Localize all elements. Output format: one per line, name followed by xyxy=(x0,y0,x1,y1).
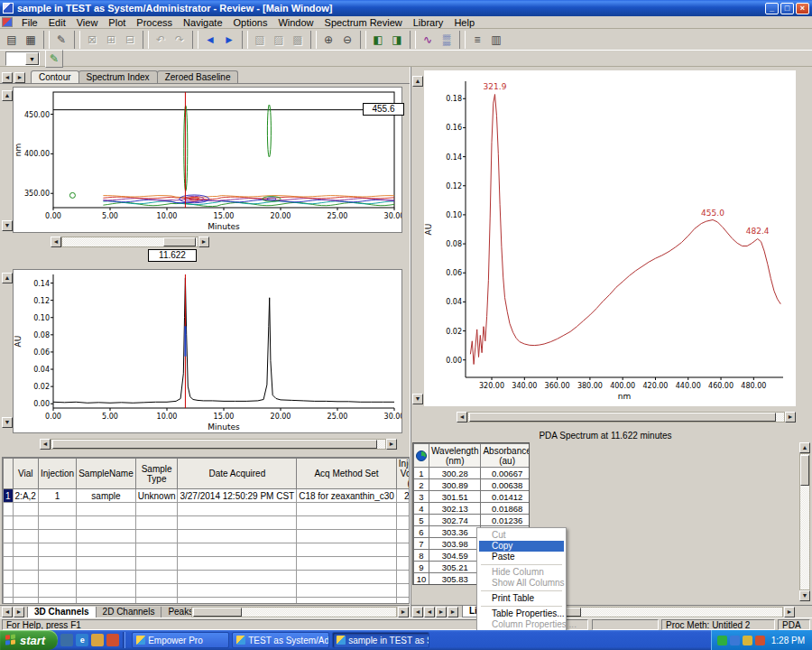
lib-nav-prev-icon[interactable]: ◄ xyxy=(424,607,435,618)
chromatogram-hscroll-track[interactable] xyxy=(51,439,386,450)
table-row[interactable]: 2300.890.00638 xyxy=(414,479,531,491)
tab-zeroed-baseline[interactable]: Zeroed Baseline xyxy=(157,70,239,83)
tab-contour[interactable]: Contour xyxy=(31,70,79,83)
menu-navigate[interactable]: Navigate xyxy=(178,16,227,29)
row-header[interactable]: 7 xyxy=(414,538,429,550)
taskbar-button-test-as-system-admi[interactable]: TEST as System/Admi... xyxy=(232,632,329,648)
messenger-icon[interactable] xyxy=(755,636,765,645)
context-paste[interactable]: Paste xyxy=(479,552,564,562)
menu-file[interactable]: File xyxy=(16,16,43,29)
spectrum-scroll-down-icon[interactable]: ▼ xyxy=(412,394,423,404)
left-bottom-hscroll-thumb[interactable] xyxy=(193,608,242,617)
left-bottom-hscroll-right-icon[interactable]: ► xyxy=(398,607,409,618)
next-injection-button[interactable]: ► xyxy=(220,31,238,49)
show-desktop-icon[interactable] xyxy=(60,634,73,646)
left-bottom-hscroll-track[interactable] xyxy=(191,607,397,618)
contour-hscroll-left-icon[interactable]: ◄ xyxy=(51,237,61,247)
menu-library[interactable]: Library xyxy=(408,16,449,29)
contour-view-button[interactable]: ▒ xyxy=(438,31,456,49)
internet-explorer-icon[interactable]: e xyxy=(76,634,88,646)
panel-divider[interactable] xyxy=(410,67,411,618)
column-header-vial[interactable]: Vial xyxy=(13,459,38,489)
row-header[interactable]: 1 xyxy=(4,489,14,503)
column-header-acq-method-set[interactable]: Acq Method Set xyxy=(297,459,397,489)
row-header[interactable]: 2 xyxy=(414,479,429,491)
taskbar-button-empower-pro[interactable]: Empower Pro xyxy=(132,632,229,648)
column-header-samplename[interactable]: SampleName xyxy=(77,459,136,489)
table-row[interactable]: 5302.740.01236 xyxy=(414,515,531,526)
zoom-in-button[interactable]: ⊕ xyxy=(319,31,337,49)
3d-view-button[interactable]: ◨ xyxy=(388,31,406,49)
2d-view-button[interactable]: ◧ xyxy=(369,31,387,49)
chevron-down-icon[interactable]: ▼ xyxy=(25,52,39,65)
lib-nav-last-icon[interactable]: ► xyxy=(448,607,458,618)
select-all-cell[interactable] xyxy=(414,444,429,468)
spectrum-hscroll-thumb[interactable] xyxy=(469,413,776,422)
previous-injection-button[interactable]: ◄ xyxy=(201,31,219,49)
chromatogram-scroll-down-icon[interactable]: ▼ xyxy=(2,417,13,428)
table-row[interactable]: 3301.510.01412 xyxy=(414,491,531,503)
row-header[interactable]: 8 xyxy=(414,550,429,562)
table-row[interactable]: 12:A,21sampleUnknown3/27/2014 12:50:29 P… xyxy=(4,489,411,503)
chromatogram-plot[interactable]: 0.005.0010.0015.0020.0025.0030.000.000.0… xyxy=(13,269,402,433)
spectrum-hscroll-right-icon[interactable]: ► xyxy=(785,412,796,422)
menu-plot[interactable]: Plot xyxy=(103,16,131,29)
media-player-icon[interactable] xyxy=(106,634,119,646)
close-button[interactable]: × xyxy=(796,3,809,14)
context-print-table[interactable]: Print Table xyxy=(479,593,564,604)
table-vscroll-track[interactable] xyxy=(799,453,810,590)
right-bottom-hscroll-right-icon[interactable]: ► xyxy=(784,607,795,618)
minimize-button[interactable]: _ xyxy=(765,3,779,14)
menu-options[interactable]: Options xyxy=(228,16,273,29)
taskbar-button-sample-in-test-as-sy[interactable]: sample in TEST as Sy... xyxy=(332,632,429,648)
lib-nav-next-icon[interactable]: ► xyxy=(436,607,447,618)
row-header[interactable]: 10 xyxy=(414,573,429,585)
spectrum-hscroll-track[interactable] xyxy=(467,412,785,422)
corner-cell[interactable] xyxy=(4,459,14,489)
contour-scroll-up-icon[interactable]: ▲ xyxy=(2,90,13,101)
zoom-out-button[interactable]: ⊖ xyxy=(338,31,356,49)
table-vscroll-thumb[interactable] xyxy=(800,455,809,486)
context-copy[interactable]: Copy xyxy=(479,541,564,552)
menu-spectrum-review[interactable]: Spectrum Review xyxy=(319,16,408,29)
column-header-injection[interactable]: Injection xyxy=(38,459,76,489)
contour-hscroll-thumb[interactable] xyxy=(163,237,196,246)
column-header-sample-type[interactable]: Sample Type xyxy=(135,459,178,489)
sheet-nav-left-icon[interactable]: ◄ xyxy=(2,607,13,618)
tab-spectrum-index[interactable]: Spectrum Index xyxy=(78,70,158,83)
spectrum-plot[interactable]: 320.00340.00360.00380.00400.00420.00440.… xyxy=(424,70,796,406)
chromatogram-scroll-up-icon[interactable]: ▲ xyxy=(2,273,13,283)
menu-process[interactable]: Process xyxy=(131,16,178,29)
column-header-injection-volume-ul[interactable]: Injection Volume (uL) xyxy=(396,459,410,489)
chromatogram-hscroll-thumb[interactable] xyxy=(52,440,377,449)
spectrum-view-button[interactable]: ∿ xyxy=(419,31,437,49)
contour-hscroll-right-icon[interactable]: ► xyxy=(198,237,209,247)
open-channels-button[interactable]: ▤ xyxy=(3,31,21,49)
column-header-absorbance-au[interactable]: Absorbance (au) xyxy=(481,444,530,468)
print-button[interactable]: ▥ xyxy=(487,31,505,49)
menu-view[interactable]: View xyxy=(71,16,104,29)
column-header-date-acquired[interactable]: Date Acquired xyxy=(178,459,297,489)
channels-table[interactable]: VialInjectionSampleNameSample TypeDate A… xyxy=(2,457,410,604)
annotate-stamp-button[interactable]: ✎ xyxy=(52,31,70,49)
sheet-nav-right-icon[interactable]: ► xyxy=(14,607,24,618)
report-button[interactable]: ≡ xyxy=(468,31,486,49)
mdi-child-icon[interactable] xyxy=(2,17,13,27)
erase-annotations-button[interactable]: ✎ xyxy=(45,50,63,68)
row-header[interactable]: 9 xyxy=(414,562,429,573)
row-header[interactable]: 4 xyxy=(414,503,429,515)
chromatogram-hscroll-left-icon[interactable]: ◄ xyxy=(40,439,51,450)
wavelength-marker-value[interactable]: 455.6 xyxy=(363,103,404,116)
menu-help[interactable]: Help xyxy=(448,16,480,29)
taskbar-clock[interactable]: 1:28 PM xyxy=(771,636,805,645)
outlook-icon[interactable] xyxy=(91,634,104,646)
start-button[interactable]: start xyxy=(0,630,58,650)
row-header[interactable]: 6 xyxy=(414,526,429,538)
table-vscroll-down-icon[interactable]: ▼ xyxy=(799,590,810,601)
save-result-button[interactable]: ▦ xyxy=(22,31,40,49)
annotation-combo[interactable]: ▼ xyxy=(5,51,40,66)
contour-hscroll-track[interactable] xyxy=(61,237,198,247)
contour-scroll-down-icon[interactable]: ▼ xyxy=(2,220,13,231)
restore-button[interactable]: □ xyxy=(780,3,794,14)
contour-plot[interactable]: 0.005.0010.0015.0020.0025.0030.00350.004… xyxy=(13,87,402,233)
